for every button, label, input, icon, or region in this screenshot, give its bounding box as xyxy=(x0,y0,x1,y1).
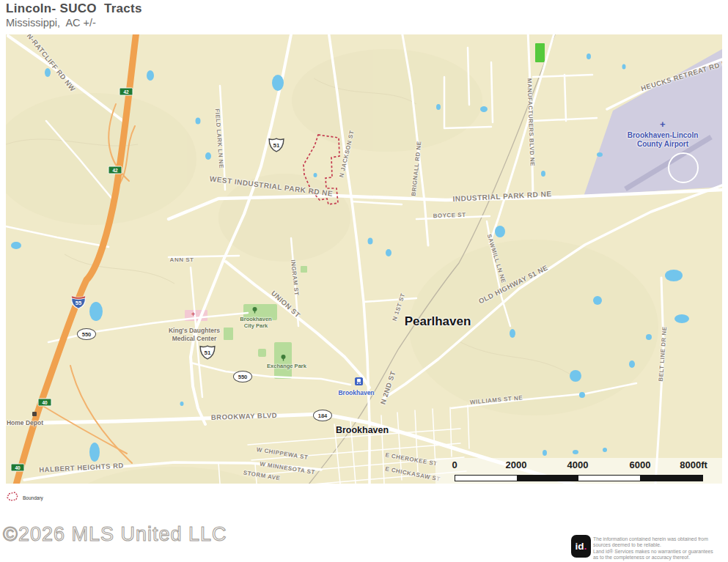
scale-tick-2000: 2000 xyxy=(506,459,527,470)
boundary-legend-icon xyxy=(7,492,19,502)
exit-40-shield: 40 xyxy=(38,399,52,407)
kings-label-line2: Medical Center xyxy=(169,335,220,343)
hospital-icon: + xyxy=(191,311,195,318)
airport-label-line2: County Airport xyxy=(628,140,699,149)
train-station-icon xyxy=(355,377,363,385)
airport-label-line1: Brookhaven-Lincoln xyxy=(628,131,699,140)
copyright-text: ©2026 MLS United LLC xyxy=(3,523,227,546)
place-label-station: Brookhaven xyxy=(338,389,374,396)
boundary-legend-label: Boundary xyxy=(23,495,43,500)
map-graphics xyxy=(6,34,722,484)
state-550-shield: 550 xyxy=(233,371,252,382)
state-184-shield-number: 184 xyxy=(314,413,331,419)
interstate-55-shield: 55 xyxy=(70,295,87,309)
place-label-pearlhaven: Pearlhaven xyxy=(405,314,471,329)
scale-tick-4000: 4000 xyxy=(567,459,589,470)
state-184-shield: 184 xyxy=(313,410,332,421)
land-id-logo-dot: . xyxy=(584,541,587,552)
street-label-ann: ANN ST xyxy=(170,256,194,263)
park-tree-icon xyxy=(281,355,286,361)
state-550-shield: 550 xyxy=(77,328,96,340)
exit-42-number: 42 xyxy=(109,168,122,173)
us-51-shield-number: 51 xyxy=(268,142,284,149)
header: Lincoln- SUCO Tracts Mississippi, AC +/- xyxy=(6,1,142,29)
state-550-shield-number: 550 xyxy=(78,331,95,338)
scale-tick-8000ft: 8000ft xyxy=(680,459,707,470)
legend: Boundary xyxy=(7,492,19,505)
map-scale-bar: 0 2000 4000 6000 8000ft xyxy=(435,458,722,484)
scale-bar-segments xyxy=(455,475,703,481)
disclaimer-line3: Land id® Services makes no warranties or… xyxy=(593,549,725,555)
park-tree-icon xyxy=(252,307,257,314)
exit-40-number: 40 xyxy=(39,400,51,405)
scale-tick-0: 0 xyxy=(452,459,457,470)
state-550-shield-number: 550 xyxy=(234,374,251,380)
us-51-shield: 51 xyxy=(199,345,216,360)
land-id-logo-text: id xyxy=(576,541,584,552)
city-park-label-line1: Brookhaven xyxy=(240,316,271,322)
map-viewport[interactable]: N-RATCLIFF RD NW FIELD LARK LN NE WEST I… xyxy=(6,34,722,484)
scale-tick-6000: 6000 xyxy=(630,459,651,470)
airport-icon: + xyxy=(660,119,666,130)
place-label-city-park: Brookhaven City Park xyxy=(240,316,271,329)
exit-40-number: 40 xyxy=(12,465,24,470)
land-id-logo: id. xyxy=(571,535,591,558)
interstate-55-shield-number: 55 xyxy=(70,300,87,306)
exit-40-shield: 40 xyxy=(11,464,25,472)
page-subtitle: Mississippi, AC +/- xyxy=(6,17,142,29)
us-51-shield-number: 51 xyxy=(199,350,216,356)
city-park-label-line2: City Park xyxy=(240,322,271,329)
page: Lincoln- SUCO Tracts Mississippi, AC +/- xyxy=(0,0,728,562)
page-title: Lincoln- SUCO Tracts xyxy=(6,1,142,16)
street-label-boyce: BOYCE ST xyxy=(433,212,466,220)
us-51-shield: 51 xyxy=(268,138,284,152)
exit-42-shield: 42 xyxy=(109,166,122,174)
place-label-kings-daughters: King's Daughters Medical Center xyxy=(169,327,220,343)
disclaimer: The information contained herein was obt… xyxy=(593,536,725,561)
kings-label-line1: King's Daughters xyxy=(169,327,220,335)
disclaimer-line2: sources deemed to be reliable. xyxy=(593,542,725,548)
disclaimer-line1: The information contained herein was obt… xyxy=(593,536,725,542)
exit-42-number: 42 xyxy=(120,89,133,95)
place-label-brookhaven: Brookhaven xyxy=(336,425,389,435)
place-label-home-depot: Home Depot xyxy=(7,419,43,427)
disclaimer-line4: as to the completeness or accuracy there… xyxy=(593,555,725,561)
home-depot-icon xyxy=(32,412,37,416)
terrain-shading xyxy=(6,49,658,484)
place-label-exchange-park: Exchange Park xyxy=(267,363,306,369)
place-label-airport: Brookhaven-Lincoln County Airport xyxy=(628,131,699,149)
exit-42-shield: 42 xyxy=(120,88,133,96)
